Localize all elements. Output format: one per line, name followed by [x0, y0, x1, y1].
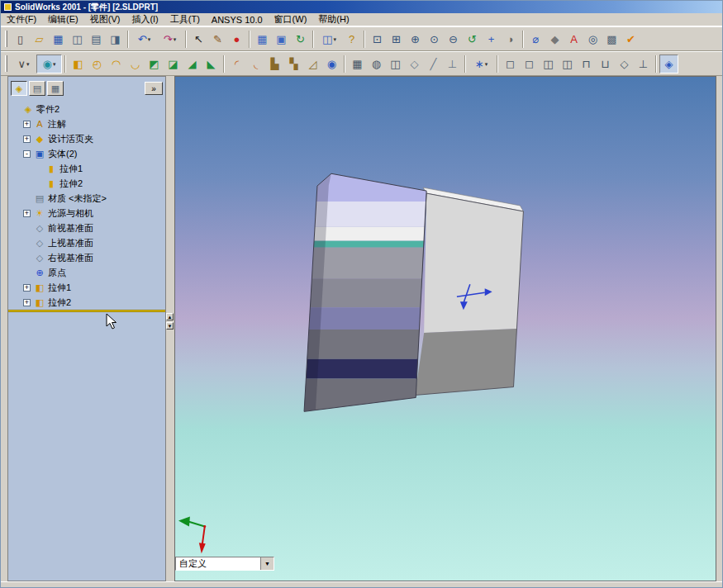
standard-views-button[interactable]: ◈	[659, 55, 678, 74]
circular-pattern-button[interactable]: ◍	[367, 55, 386, 74]
menu-help[interactable]: 帮助(H)	[312, 12, 354, 26]
select-tool-button[interactable]: ↖	[189, 30, 208, 49]
loft-boss-button[interactable]: ◡	[126, 55, 145, 74]
featuremanager-tab[interactable]: ◈	[11, 81, 27, 96]
fillet-button[interactable]: ◜	[227, 55, 246, 74]
pan-view-button[interactable]: +	[482, 30, 501, 49]
chamfer-button[interactable]: ◟	[246, 55, 265, 74]
print-preview-button[interactable]: ◨	[106, 30, 125, 49]
print-setup-button[interactable]: ◫	[68, 30, 87, 49]
zoom-to-area-button[interactable]: ⊞	[387, 30, 406, 49]
measure-tool-button[interactable]: ⌀	[526, 30, 545, 49]
view-options-button[interactable]: ▩	[602, 30, 621, 49]
spell-check-button[interactable]: A	[564, 30, 583, 49]
redo-button[interactable]: ↷▾	[157, 30, 183, 49]
tree-item-design-binder[interactable]: +◆设计活页夹	[8, 131, 165, 146]
web-toolbar-button[interactable]: ◉▾	[36, 55, 62, 74]
mirror-feature-button[interactable]: ◫	[386, 55, 405, 74]
view-bottom-button[interactable]: ⊔	[596, 55, 615, 74]
tree-item-lighting[interactable]: +☀光源与相机	[8, 206, 165, 220]
tree-item-origin[interactable]: ⊕原点	[8, 265, 165, 280]
rotate-view-button[interactable]: ↺	[463, 30, 482, 49]
reference-axis-button[interactable]: ╱	[424, 55, 443, 74]
undo-button[interactable]: ↶▾	[131, 30, 157, 49]
selection-filter-button[interactable]: ∨▾	[11, 55, 36, 74]
view-layout-button[interactable]: ◫▾	[316, 30, 342, 49]
extrude-cut-button[interactable]: ◩	[145, 55, 164, 74]
expand-icon[interactable]: +	[23, 210, 31, 217]
help-button[interactable]: ?	[342, 30, 361, 49]
tree-item-solid-body[interactable]: ▮拉伸1	[8, 161, 165, 176]
revolve-cut-button[interactable]: ◪	[164, 55, 183, 74]
view-orientation-axes-button[interactable]: ∗▾	[469, 55, 494, 74]
menu-view[interactable]: 视图(V)	[84, 12, 126, 26]
scroll-down-icon[interactable]: ▼	[166, 322, 174, 330]
open-folder-button[interactable]: ▱	[30, 30, 49, 49]
mass-properties-button[interactable]: ◆	[545, 30, 564, 49]
tree-item-extrude-feature[interactable]: +◧拉伸1	[8, 280, 165, 295]
zoom-to-selection-button[interactable]: ⊙	[425, 30, 444, 49]
panel-overflow-button[interactable]: »	[145, 82, 163, 95]
menu-insert[interactable]: 插入(I)	[126, 12, 164, 26]
extrude-boss-button[interactable]: ◧	[69, 55, 88, 74]
expand-icon[interactable]: +	[23, 299, 31, 306]
menu-tools[interactable]: 工具(T)	[164, 12, 206, 26]
view-left-button[interactable]: ◫	[539, 55, 558, 74]
graphics-viewport[interactable]: 自定义 ▼	[174, 76, 716, 581]
new-file-button[interactable]: ▯	[11, 30, 30, 49]
rollback-bar[interactable]	[8, 310, 165, 312]
shaded-view-button[interactable]: ◑	[501, 30, 520, 49]
panel-splitter[interactable]: ▲ ▼	[166, 76, 174, 581]
configurationmanager-tab[interactable]: ▦	[47, 81, 64, 96]
grid-settings-button[interactable]: ▦	[253, 30, 272, 49]
dropdown-arrow-button[interactable]: ▼	[260, 557, 274, 570]
zoom-to-fit-button[interactable]: ⊡	[368, 30, 387, 49]
view-right-button[interactable]: ◫	[558, 55, 577, 74]
tree-item-material[interactable]: ▤材质 <未指定>	[8, 191, 165, 206]
toolbar-grip[interactable]	[5, 31, 7, 47]
units-settings-button[interactable]: ▣	[272, 30, 291, 49]
toolbar-grip[interactable]	[5, 55, 7, 72]
view-front-button[interactable]: ◻	[501, 55, 520, 74]
sweep-cut-button[interactable]: ◢	[183, 55, 202, 74]
tree-item-annotations[interactable]: +A注解	[8, 116, 165, 131]
save-button[interactable]: ▦	[49, 30, 68, 49]
view-orientation-dropdown[interactable]: 自定义 ▼	[175, 557, 274, 571]
view-isometric-button[interactable]: ◇	[615, 55, 634, 74]
rebuild-button[interactable]: ↻	[291, 30, 310, 49]
sweep-boss-button[interactable]: ◠	[107, 55, 126, 74]
expand-icon[interactable]: +	[23, 121, 31, 128]
shell-button[interactable]: ▚	[284, 55, 303, 74]
scroll-up-icon[interactable]: ▲	[166, 313, 174, 320]
tree-item-solid-body[interactable]: ▮拉伸2	[8, 176, 165, 191]
reference-plane-button[interactable]: ◇	[405, 55, 424, 74]
zoom-out-button[interactable]: ⊖	[444, 30, 463, 49]
tree-item-extrude-feature[interactable]: +◧拉伸2	[8, 295, 165, 310]
tree-item-part[interactable]: ◈零件2	[8, 102, 165, 116]
propertymanager-tab[interactable]: ▤	[29, 81, 45, 96]
normal-to-button[interactable]: ⊥	[634, 55, 653, 74]
viewport-canvas[interactable]	[175, 77, 716, 581]
record-macro-button[interactable]: ●	[227, 30, 246, 49]
collapse-icon[interactable]: -	[23, 150, 31, 158]
revolve-boss-button[interactable]: ◴	[88, 55, 107, 74]
tree-item-right-plane[interactable]: ◇右视基准面	[8, 250, 165, 265]
expand-icon[interactable]: +	[23, 284, 31, 292]
tree-item-top-plane[interactable]: ◇上视基准面	[8, 235, 165, 250]
menu-window[interactable]: 窗口(W)	[269, 12, 313, 26]
view-back-button[interactable]: ◻	[520, 55, 539, 74]
linear-pattern-button[interactable]: ▦	[348, 55, 367, 74]
sketch-pencil-button[interactable]: ✎	[208, 30, 227, 49]
view-top-button[interactable]: ⊓	[577, 55, 596, 74]
confirm-corner-button[interactable]: ✔	[621, 30, 640, 49]
draft-button[interactable]: ◿	[303, 55, 322, 74]
hole-wizard-button[interactable]: ◉	[322, 55, 341, 74]
coordinate-system-button[interactable]: ⊥	[443, 55, 462, 74]
menu-edit[interactable]: 编辑(E)	[42, 12, 84, 26]
print-button[interactable]: ▤	[87, 30, 106, 49]
menu-file[interactable]: 文件(F)	[1, 12, 42, 26]
tree-item-solid-bodies-folder[interactable]: -▣实体(2)	[8, 146, 165, 161]
expand-icon[interactable]: +	[23, 135, 31, 143]
rib-button[interactable]: ▙	[265, 55, 284, 74]
zoom-in-out-button[interactable]: ⊕	[406, 30, 425, 49]
